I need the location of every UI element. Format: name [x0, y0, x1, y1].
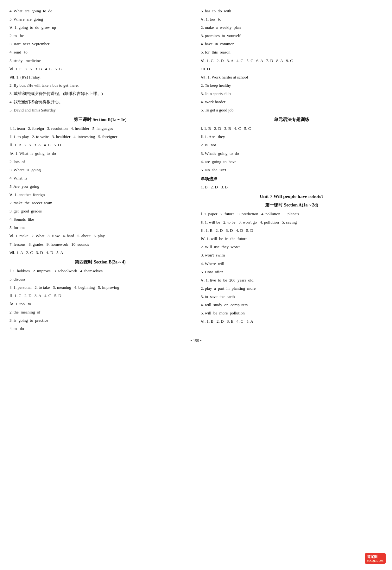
- left-top-lines: 4. What are going to do 5. Where are goi…: [9, 8, 191, 114]
- s1-line-11: 4. Sounds like: [9, 216, 191, 223]
- watermark: 答案圈 MXQE.COM: [365, 553, 386, 564]
- u-line-12: 5. will be more pollution: [201, 310, 383, 317]
- g-line-5: 5. No she isn't: [201, 167, 383, 174]
- r-line-9: 2. To keep healthy: [201, 82, 383, 89]
- r-line-4: 4. have in common: [201, 41, 383, 48]
- s2-line-3: Ⅲ. 1. C 2. D 3. A 4. C 5. D: [9, 292, 191, 299]
- g-line-3: 3. What's going to do: [201, 150, 383, 157]
- u-line-2: Ⅲ. 1. B 2. D 3. D 4. D 5. D: [201, 227, 383, 234]
- s1-line-12: 5. for me: [9, 224, 191, 231]
- u-line-1: Ⅱ. 1. will be 2. to be 3. won't go 4. po…: [201, 219, 383, 226]
- u-line-11: 4. will study on computers: [201, 301, 383, 308]
- watermark-line1: 答案圈: [367, 555, 377, 559]
- line-l9: Ⅶ. 1. (It's) Friday.: [9, 74, 191, 81]
- s2-line-2: Ⅱ. 1. personal 2. to take 3. meaning 4. …: [9, 284, 191, 291]
- line-l13: 5. David and Jim's Saturday: [9, 107, 191, 114]
- s2-line-1: 5. discuss: [9, 276, 191, 283]
- line-l10: 2. By bus. /He will take a bus to get th…: [9, 82, 191, 89]
- r-line-2: 2. make a weekly plan: [201, 24, 383, 31]
- grammar-lines: Ⅰ. 1. B 2. D 3. B 4. C 5. C Ⅱ. 1. Are th…: [201, 125, 383, 174]
- s1-line-15: Ⅶ. 1. A 2. C 3. D 4. D 5. A: [9, 249, 191, 256]
- right-top-lines: 5. has to do with Ⅴ. 1. too to 2. make a…: [201, 8, 383, 114]
- s1-line-8: Ⅴ. 1. another foreign: [9, 191, 191, 198]
- s1-line-2: Ⅲ. 1. B 2. A 3. A 4. C 5. D: [9, 142, 191, 149]
- s2-line-7: 4. to do: [9, 325, 191, 332]
- s1-line-9: 2. make the soccer team: [9, 200, 191, 206]
- line-l7: 5. study medicine: [9, 57, 191, 64]
- left-column: 4. What are going to do 5. Where are goi…: [9, 6, 196, 333]
- section1-title: 第三课时 Section B(1a～1e): [9, 117, 191, 123]
- daxuan-lines: 1. B 2. D 3. B: [201, 184, 383, 191]
- page-container: 4. What are going to do 5. Where are goi…: [9, 6, 383, 333]
- unit-title: Unit 7 Will people have robots?: [201, 194, 383, 199]
- g-line-2: 2. is not: [201, 142, 383, 149]
- g-line-0: Ⅰ. 1. B 2. D 3. B 4. C 5. C: [201, 125, 383, 132]
- r-line-3: 3. promises to yourself: [201, 32, 383, 39]
- u-line-9: 2. play a part in planting more: [201, 285, 383, 292]
- line-l3: Ⅴ. 1. going to do grow up: [9, 24, 191, 31]
- grammar-section-title: 单元语法专题训练: [201, 117, 383, 123]
- u-line-5: 3. won't swim: [201, 252, 383, 259]
- s1-line-10: 3. get good grades: [9, 208, 191, 215]
- r-line-1: Ⅴ. 1. too to: [201, 16, 383, 23]
- unit-lines: Ⅰ. 1. paper 2. future 3. prediction 4. p…: [201, 211, 383, 325]
- section2-title: 第四课时 Section B(2a～4): [9, 259, 191, 265]
- r-line-6: Ⅵ. 1. C 2. D 3. A 4. C 5. C 6. A 7. D 8.…: [201, 57, 383, 64]
- g-line-1: Ⅱ. 1. Are they: [201, 133, 383, 140]
- s1-line-7: 5. Are you going: [9, 183, 191, 190]
- r-line-0: 5. has to do with: [201, 8, 383, 15]
- s2-line-0: Ⅰ. 1. hobbies 2. improve 3. schoolwork 4…: [9, 268, 191, 275]
- line-l12: 4. 我想他们将会玩得很开心。: [9, 98, 191, 105]
- s1-line-4: 2. lots of: [9, 158, 191, 165]
- u-line-13: Ⅵ. 1. B 2. D 3. E 4. C 5. A: [201, 318, 383, 325]
- r-line-7: 10. D: [201, 66, 383, 73]
- dx-line-0: 1. B 2. D 3. B: [201, 184, 383, 191]
- u-line-10: 3. to save the earth: [201, 293, 383, 300]
- watermark-line2: MXQE.COM: [367, 559, 383, 562]
- s2-line-6: 3. is going to practice: [9, 317, 191, 324]
- u-line-3: Ⅳ. 1. will be in the future: [201, 235, 383, 242]
- line-l11: 3. 戴维和吉姆没有任何课程。(戴维和吉姆不上课。): [9, 90, 191, 97]
- line-l5: 3. start next September: [9, 41, 191, 48]
- line-l4: 2. to be: [9, 32, 191, 39]
- s1-line-5: 3. Where is going: [9, 167, 191, 174]
- r-line-10: 3. Join sports club: [201, 90, 383, 97]
- u-line-4: 2. Will use they won't: [201, 244, 383, 250]
- s2-line-5: 2. the meaning of: [9, 309, 191, 316]
- u-line-8: Ⅴ. 1. live to be 200 years old: [201, 277, 383, 284]
- s1-line-1: Ⅱ. 1. to play 2. to write 3. healthier 4…: [9, 133, 191, 140]
- g-line-4: 4. are going to have: [201, 158, 383, 165]
- u-line-7: 5. How often: [201, 269, 383, 276]
- line-l1: 4. What are going to do: [9, 8, 191, 15]
- line-l6: 4. send to: [9, 49, 191, 56]
- section2-lines: Ⅰ. 1. hobbies 2. improve 3. schoolwork 4…: [9, 268, 191, 332]
- s2-line-4: Ⅳ. 1. too to: [9, 301, 191, 307]
- s1-line-13: Ⅵ. 1. make 2. What 3. How 4. hard 5. abo…: [9, 232, 191, 239]
- daxuan-title: 单项选择: [201, 175, 383, 182]
- s1-line-6: 4. What is: [9, 175, 191, 182]
- right-column: 5. has to do with Ⅴ. 1. too to 2. make a…: [196, 6, 383, 333]
- s1-line-14: 7. lessons 8. grades 9. homework 10. sou…: [9, 241, 191, 248]
- u-line-6: 4. Where will: [201, 260, 383, 267]
- r-line-5: 5. for this reason: [201, 49, 383, 56]
- r-line-11: 4. Work harder: [201, 98, 383, 105]
- s1-line-0: Ⅰ. 1. team 2. foreign 3. resolution 4. h…: [9, 125, 191, 132]
- page-number: • 155 •: [9, 338, 383, 343]
- u-line-0: Ⅰ. 1. paper 2. future 3. prediction 4. p…: [201, 211, 383, 218]
- r-line-8: Ⅶ. 1. Work harder at school: [201, 74, 383, 81]
- unit-section-title: 第一课时 Section A(1a～2d): [201, 202, 383, 208]
- line-l8: Ⅵ. 1. C 2. A 3. B 4. E 5. G: [9, 66, 191, 73]
- r-line-12: 5. To get a good job: [201, 107, 383, 114]
- s1-line-3: Ⅳ. 1. What is going to do: [9, 150, 191, 157]
- section1-lines: Ⅰ. 1. team 2. foreign 3. resolution 4. h…: [9, 125, 191, 256]
- line-l2: 5. Where are going: [9, 16, 191, 23]
